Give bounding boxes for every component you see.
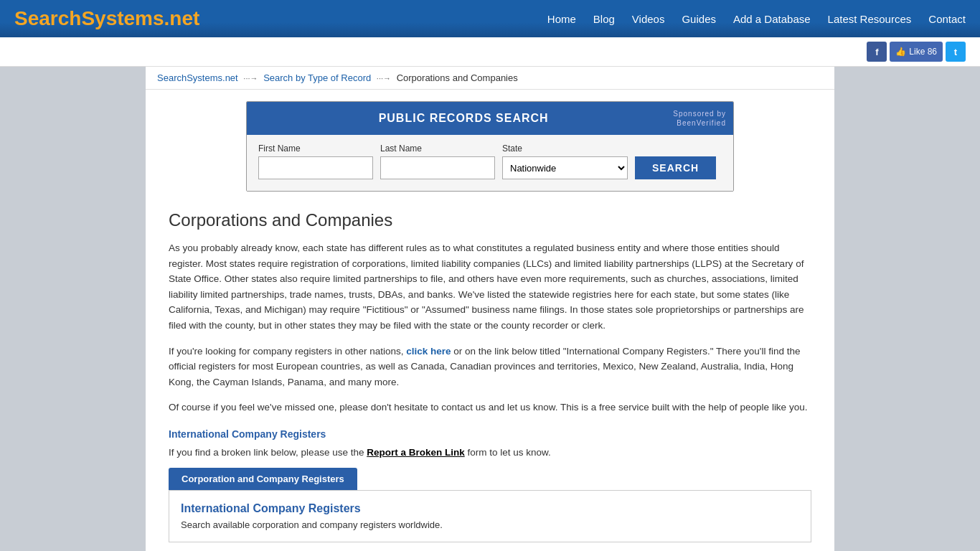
click-here-link[interactable]: click here (406, 346, 451, 357)
first-name-label: First Name (258, 143, 373, 154)
thumbs-up-icon: 👍 (895, 47, 906, 57)
first-name-group: First Name (258, 143, 373, 179)
page-content: Corporations and Companies As you probab… (146, 203, 834, 551)
sponsored-label: Sponsored by BeenVerified (673, 109, 726, 128)
section-heading-intl: International Company Registers (169, 428, 811, 440)
last-name-input[interactable] (380, 156, 495, 179)
breadcrumb: SearchSystems.net ···→ Search by Type of… (146, 67, 834, 90)
search-button[interactable]: SEARCH (635, 156, 716, 179)
search-widget-title: PUBLIC RECORDS SEARCH (379, 112, 549, 124)
registry-box: International Company Registers Search a… (169, 490, 811, 542)
logo-net: .net (164, 7, 200, 29)
nav-videos[interactable]: Videos (632, 13, 665, 25)
state-select[interactable]: Nationwide Alabama Alaska Arizona Arkans… (502, 156, 628, 179)
broken-link-paragraph: If you find a broken link below, please … (169, 447, 811, 458)
content-area: SearchSystems.net ···→ Search by Type of… (146, 67, 834, 551)
intro-para2-before: If you're looking for company registers … (169, 346, 406, 357)
nav-guides[interactable]: Guides (682, 13, 716, 25)
nav-add-database[interactable]: Add a Database (733, 13, 811, 25)
facebook-like-button[interactable]: 👍 Like 86 (890, 42, 943, 62)
breadcrumb-sep-2: ···→ (377, 74, 391, 83)
report-broken-link[interactable]: Report a Broken Link (367, 447, 465, 458)
main-wrapper: SearchSystems.net ···→ Search by Type of… (0, 67, 980, 551)
registry-title: International Company Registers (181, 502, 799, 515)
last-name-label: Last Name (380, 143, 495, 154)
breadcrumb-sep-1: ···→ (243, 74, 258, 83)
intro-paragraph-1: As you probably already know, each state… (169, 240, 811, 334)
search-widget-header: PUBLIC RECORDS SEARCH Sponsored by BeenV… (247, 102, 733, 135)
logo-text: SearchSystems (14, 7, 164, 29)
search-widget: PUBLIC RECORDS SEARCH Sponsored by BeenV… (246, 101, 734, 192)
page-title: Corporations and Companies (169, 210, 811, 230)
breadcrumb-current: Corporations and Companies (397, 72, 518, 83)
nav-blog[interactable]: Blog (593, 13, 615, 25)
main-nav: Home Blog Videos Guides Add a Database L… (547, 13, 966, 25)
intro-paragraph-2: If you're looking for company registers … (169, 344, 811, 390)
last-name-group: Last Name (380, 143, 495, 179)
tab-corporation-company-registers[interactable]: Corporation and Company Registers (169, 468, 357, 490)
broken-link-after: form to let us know. (465, 447, 551, 458)
site-logo[interactable]: SearchSystems.net (14, 7, 199, 30)
state-group: State Nationwide Alabama Alaska Arizona … (502, 143, 628, 179)
like-count: Like 86 (909, 47, 937, 57)
breadcrumb-type-of-record[interactable]: Search by Type of Record (263, 72, 371, 83)
nav-contact[interactable]: Contact (928, 13, 966, 25)
registry-desc: Search available corporation and company… (181, 519, 799, 530)
tab-bar: Corporation and Company Registers (169, 468, 811, 490)
intro-paragraph-3: Of course if you feel we've missed one, … (169, 400, 811, 415)
facebook-icon[interactable]: f (867, 42, 887, 62)
nav-latest-resources[interactable]: Latest Resources (828, 13, 912, 25)
search-widget-body: First Name Last Name State Nationwide Al… (247, 135, 733, 191)
site-header: SearchSystems.net Home Blog Videos Guide… (0, 0, 980, 37)
twitter-icon[interactable]: t (946, 42, 966, 62)
first-name-input[interactable] (258, 156, 373, 179)
state-label: State (502, 143, 628, 154)
nav-home[interactable]: Home (547, 13, 576, 25)
broken-link-before: If you find a broken link below, please … (169, 447, 367, 458)
breadcrumb-home[interactable]: SearchSystems.net (157, 72, 238, 83)
social-bar: f 👍 Like 86 t (0, 37, 980, 67)
